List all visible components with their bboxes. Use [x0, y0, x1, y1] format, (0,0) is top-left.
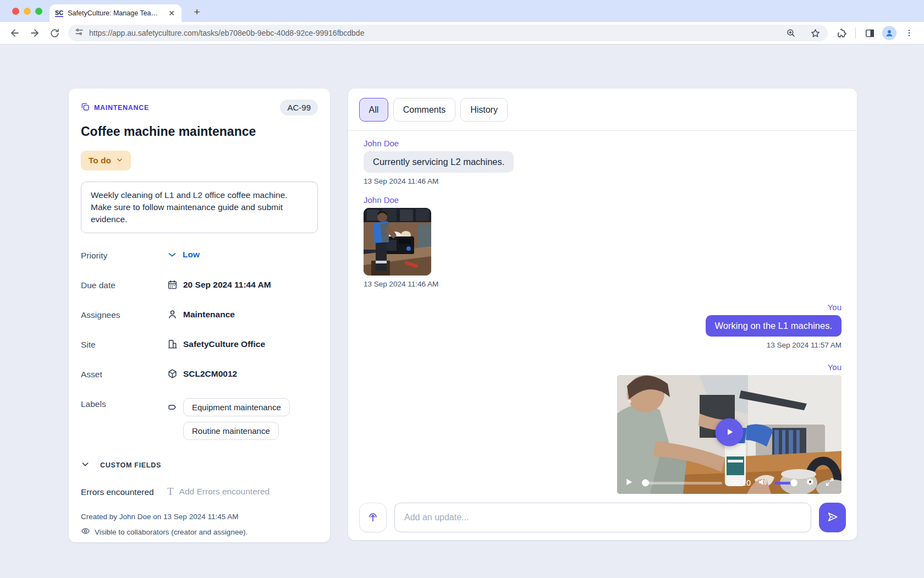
close-window-button[interactable]: [12, 8, 19, 15]
status-label: To do: [89, 156, 111, 166]
bookmark-star-icon[interactable]: [806, 24, 824, 42]
due-date-label: Due date: [81, 279, 167, 290]
url-bar[interactable]: https://app.au.safetyculture.com/tasks/e…: [68, 25, 828, 41]
errors-encountered-row: Errors encountered T Add Errors encounte…: [81, 486, 318, 498]
priority-label: Priority: [81, 250, 167, 261]
task-fields: Priority Low Due date 20 Sep 2024: [81, 250, 318, 440]
priority-value[interactable]: Low: [167, 250, 200, 260]
asset-row: Asset SCL2CM0012: [81, 368, 318, 379]
profile-avatar[interactable]: [880, 24, 899, 42]
volume-icon[interactable]: [757, 477, 768, 489]
toolbar-divider: [855, 27, 856, 38]
task-page: Back ••• Save MAINTENANCE AC-99 Coffee m…: [0, 45, 924, 578]
due-date-value[interactable]: 20 Sep 2024 11:44 AM: [167, 279, 271, 290]
update-composer: [348, 503, 857, 540]
message-timestamp: 13 Sep 2024 11:46 AM: [364, 280, 438, 288]
message-timestamp: 13 Sep 2024 11:57 AM: [767, 341, 842, 349]
building-icon: [167, 339, 178, 349]
label-pill[interactable]: Routine maintenance: [183, 422, 279, 440]
browser-toolbar: https://app.au.safetyculture.com/tasks/e…: [0, 22, 924, 45]
side-panel-icon[interactable]: [860, 24, 879, 42]
extensions-icon[interactable]: [832, 24, 851, 42]
activity-tabs: All Comments History: [348, 89, 857, 130]
task-footer: Created by John Doe on 13 Sep 2024 11:45…: [81, 512, 318, 538]
tab-title: SafetyCulture: Manage Teams and...: [68, 9, 163, 17]
calendar-icon: [167, 279, 178, 290]
browser-menu-icon[interactable]: [900, 24, 919, 42]
chevron-down-icon: [81, 460, 90, 470]
activity-feed: John Doe Currently servicing L2 machines…: [348, 131, 857, 503]
url-text: https://app.au.safetyculture.com/tasks/e…: [89, 29, 776, 37]
site-info-icon[interactable]: [75, 27, 84, 38]
asset-label: Asset: [81, 368, 167, 379]
message-timestamp: 13 Sep 2024 11:46 AM: [364, 177, 438, 185]
volume-handle[interactable]: [790, 480, 798, 487]
task-type-icon: [81, 102, 90, 113]
message-image-left: John Doe: [364, 195, 842, 288]
browser-tabstrip: SC SafetyCulture: Manage Teams and... ✕ …: [0, 0, 924, 22]
browser-tab[interactable]: SC SafetyCulture: Manage Teams and... ✕: [50, 4, 182, 22]
priority-low-icon: [167, 250, 177, 260]
cube-icon: [167, 368, 178, 379]
send-button[interactable]: [819, 503, 846, 532]
message-author: You: [828, 302, 842, 312]
new-tab-button[interactable]: +: [189, 4, 205, 20]
browser-forward-icon[interactable]: [25, 24, 44, 42]
zoom-window-button[interactable]: [35, 8, 42, 15]
upload-icon: [367, 511, 379, 525]
site-value[interactable]: SafetyCulture Office: [167, 339, 265, 349]
labels-label: Labels: [81, 398, 167, 409]
site-row: Site SafetyCulture Office: [81, 339, 318, 350]
priority-row: Priority Low: [81, 250, 318, 261]
tab-history[interactable]: History: [460, 98, 508, 122]
task-category-label: MAINTENANCE: [94, 104, 149, 112]
video-play-icon[interactable]: [624, 477, 634, 489]
zoom-page-icon[interactable]: [782, 24, 800, 42]
assignees-row: Assignees Maintenance: [81, 309, 318, 320]
message-author: John Doe: [364, 139, 399, 148]
errors-placeholder[interactable]: Add Errors encountered: [179, 487, 270, 497]
browser-window: SC SafetyCulture: Manage Teams and... ✕ …: [0, 0, 924, 578]
attach-upload-button[interactable]: [359, 503, 387, 532]
window-controls: [12, 8, 42, 15]
assignees-value[interactable]: Maintenance: [167, 309, 235, 320]
video-attachment-coffee-machine-cleaning[interactable]: 00:10: [617, 375, 842, 494]
message-bubble: Working on the L1 machines.: [706, 315, 842, 337]
activity-card: All Comments History John Doe Currently …: [348, 89, 857, 540]
message-author: John Doe: [364, 195, 399, 205]
due-date-row: Due date 20 Sep 2024 11:44 AM: [81, 279, 318, 290]
message-video-right: You: [364, 362, 842, 494]
volume-slider[interactable]: [774, 482, 794, 485]
message-text-right: You Working on the L1 machines. 13 Sep 2…: [364, 302, 842, 349]
text-field-icon: T: [167, 486, 174, 498]
video-seek-bar[interactable]: [642, 482, 722, 485]
tab-comments[interactable]: Comments: [393, 98, 455, 122]
custom-fields-toggle[interactable]: CUSTOM FIELDS: [81, 460, 318, 470]
label-pill[interactable]: Equipment maintenance: [183, 398, 290, 416]
asset-value[interactable]: SCL2CM0012: [167, 368, 237, 379]
fullscreen-icon[interactable]: [825, 477, 834, 489]
video-controls: 00:10: [617, 472, 842, 494]
browser-reload-icon[interactable]: [45, 24, 64, 42]
video-settings-icon[interactable]: [805, 477, 815, 489]
photo-attachment-coffee-machine-servicing[interactable]: [364, 208, 431, 276]
task-title: Coffee machine maintenance: [81, 124, 318, 139]
site-label: Site: [81, 339, 167, 350]
status-dropdown[interactable]: To do: [81, 151, 131, 170]
update-input[interactable]: [394, 503, 811, 532]
task-code-badge: AC-99: [280, 100, 318, 115]
task-description-field[interactable]: Weekly cleaning of L1 and L2 office coff…: [81, 181, 318, 233]
tag-icon: [167, 402, 178, 415]
labels-row: Labels Equipment maintenance Routine mai…: [81, 398, 318, 440]
seek-handle[interactable]: [642, 480, 649, 487]
browser-back-icon[interactable]: [6, 24, 24, 42]
minimize-window-button[interactable]: [24, 8, 31, 15]
task-detail-card: MAINTENANCE AC-99 Coffee machine mainten…: [69, 89, 330, 542]
tab-close-icon[interactable]: ✕: [167, 9, 176, 18]
created-by-text: Created by John Doe on 13 Sep 2024 11:45…: [81, 512, 318, 522]
custom-fields-title: CUSTOM FIELDS: [100, 461, 161, 469]
task-category: MAINTENANCE: [81, 102, 149, 113]
video-play-button[interactable]: [716, 418, 744, 446]
send-icon: [827, 511, 839, 525]
tab-all[interactable]: All: [359, 98, 388, 122]
